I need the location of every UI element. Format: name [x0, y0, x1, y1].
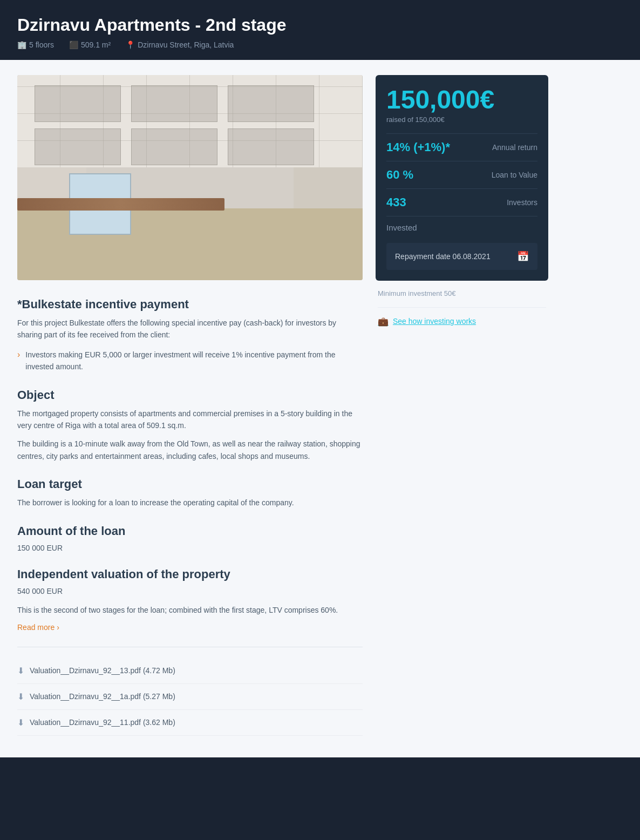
valuation-value: 540 000 EUR — [17, 587, 363, 595]
repayment-label: Repayment date 06.08.2021 — [395, 252, 491, 261]
divider — [378, 307, 546, 308]
investors-label: Investors — [507, 198, 537, 207]
loan-amount-section: Amount of the loan 150 000 EUR — [17, 524, 363, 552]
briefcase-icon: 💼 — [378, 316, 389, 327]
repayment-row: Repayment date 06.08.2021 📅 — [386, 243, 537, 270]
file-item-3[interactable]: ⬇ Valuation__Dzirnavu_92__11.pdf (3.62 M… — [17, 710, 363, 736]
valuation-title: Independent valuation of the property — [17, 567, 363, 581]
page-title: Dzirnavu Apartments - 2nd stage — [17, 15, 623, 35]
ltv-row: 60 % Loan to Value — [386, 161, 537, 188]
floors-icon: 🏢 — [17, 40, 26, 49]
see-how-label: See how investing works — [393, 317, 476, 326]
loan-target-section: Loan target The borrower is looking for … — [17, 477, 363, 509]
loan-target-text: The borrower is looking for a loan to in… — [17, 497, 363, 509]
location-icon: 📍 — [126, 40, 135, 49]
page-header: Dzirnavu Apartments - 2nd stage 🏢 5 floo… — [0, 0, 640, 60]
annual-return-value: 14% (+1%)* — [386, 140, 450, 154]
download-icon-2: ⬇ — [17, 692, 24, 702]
download-icon-3: ⬇ — [17, 717, 24, 728]
min-investment-label: Minimum investment 50€ — [378, 281, 546, 303]
property-image — [17, 75, 363, 280]
raised-amount: 150,000€ — [386, 86, 537, 114]
stats-card-wrapper: 150,000€ raised of 150,000€ 14% (+1%)* A… — [376, 75, 548, 331]
file-name-1: Valuation__Dzirnavu_92__13.pdf (4.72 Mb) — [30, 666, 175, 675]
below-card: Minimum investment 50€ 💼 See how investi… — [376, 281, 548, 331]
valuation-section: Independent valuation of the property 54… — [17, 567, 363, 647]
raised-label: raised of 150,000€ — [386, 116, 537, 124]
loan-amount-title: Amount of the loan — [17, 524, 363, 538]
file-item-2[interactable]: ⬇ Valuation__Dzirnavu_92__1a.pdf (5.27 M… — [17, 684, 363, 710]
object-paragraph1: The mortgaged property consists of apart… — [17, 408, 363, 432]
object-section: Object The mortgaged property consists o… — [17, 388, 363, 463]
floors-meta: 🏢 5 floors — [17, 40, 54, 49]
incentive-description: For this project Bulkestate offers the f… — [17, 317, 363, 341]
object-title: Object — [17, 388, 363, 402]
file-name-2: Valuation__Dzirnavu_92__1a.pdf (5.27 Mb) — [30, 692, 175, 701]
read-more-arrow-icon: › — [57, 623, 59, 632]
see-how-link[interactable]: 💼 See how investing works — [378, 312, 546, 331]
download-icon-1: ⬇ — [17, 666, 24, 676]
incentive-bullet-text: Investors making EUR 5,000 or larger inv… — [25, 349, 363, 373]
file-item-1[interactable]: ⬇ Valuation__Dzirnavu_92__13.pdf (4.72 M… — [17, 658, 363, 684]
loan-target-title: Loan target — [17, 477, 363, 491]
object-paragraph2: The building is a 10-minute walk away fr… — [17, 438, 363, 462]
invested-label: Invested — [386, 223, 417, 232]
calendar-icon: 📅 — [517, 250, 529, 262]
annual-return-row: 14% (+1%)* Annual return — [386, 133, 537, 161]
file-name-3: Valuation__Dzirnavu_92__11.pdf (3.62 Mb) — [30, 718, 175, 727]
right-column: 150,000€ raised of 150,000€ 14% (+1%)* A… — [376, 75, 548, 736]
area-icon: ⬛ — [69, 40, 78, 49]
ltv-label: Loan to Value — [492, 171, 537, 179]
file-section: ⬇ Valuation__Dzirnavu_92__13.pdf (4.72 M… — [17, 647, 363, 736]
incentive-title: *Bulkestate incentive payment — [17, 297, 363, 311]
read-more-label: Read more — [17, 623, 55, 632]
ltv-value: 60 % — [386, 168, 413, 182]
left-column: *Bulkestate incentive payment For this p… — [17, 75, 363, 736]
incentive-bullet: › Investors making EUR 5,000 or larger i… — [17, 349, 363, 373]
bullet-arrow-icon: › — [17, 350, 20, 360]
location-meta: 📍 Dzirnavu Street, Riga, Latvia — [126, 40, 234, 49]
valuation-note: This is the second of two stages for the… — [17, 604, 363, 616]
invested-row: Invested — [386, 216, 537, 239]
investors-value: 433 — [386, 195, 406, 209]
annual-return-label: Annual return — [492, 143, 537, 152]
investors-row: 433 Investors — [386, 188, 537, 216]
main-content: *Bulkestate incentive payment For this p… — [0, 60, 640, 757]
property-meta: 🏢 5 floors ⬛ 509.1 m² 📍 Dzirnavu Street,… — [17, 40, 623, 49]
read-more-link[interactable]: Read more › — [17, 623, 59, 632]
stats-card: 150,000€ raised of 150,000€ 14% (+1%)* A… — [376, 75, 548, 281]
incentive-section: *Bulkestate incentive payment For this p… — [17, 297, 363, 373]
area-meta: ⬛ 509.1 m² — [69, 40, 111, 49]
loan-amount-value: 150 000 EUR — [17, 544, 363, 552]
